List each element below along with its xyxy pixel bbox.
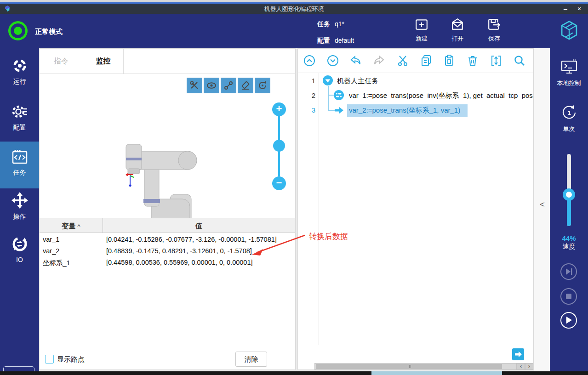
sidebar-item-label: 任务	[0, 169, 39, 177]
window-title: 机器人图形化编程环境	[0, 5, 588, 13]
variable-name: 坐标系_1	[43, 259, 70, 267]
table-row[interactable]: var_1 [0.04241, -0.15286, -0.07677, -3.1…	[40, 234, 295, 246]
single-run-badge: 1	[567, 109, 571, 116]
show-waypoints-checkbox[interactable]	[45, 355, 54, 364]
single-cycle-icon: 1	[560, 104, 578, 121]
undo-button[interactable]	[349, 54, 362, 67]
run-icon	[11, 58, 29, 74]
move-arrows-icon	[11, 192, 29, 209]
program-panel: 1 2 3 机器人主任务 var_1:=pose_trans(pose_inv(…	[297, 48, 534, 370]
sidebar-item-task[interactable]: 任务	[0, 149, 39, 177]
task-label: 任务	[317, 20, 330, 28]
collapse-toggle-icon[interactable]	[322, 75, 333, 86]
line-number: 3	[298, 106, 315, 114]
variable-name: var_2	[43, 247, 59, 255]
assignment-icon	[333, 90, 344, 101]
task-row: 任务q1*	[317, 20, 344, 28]
taskbar-sliver	[0, 371, 588, 375]
robot-arm	[126, 144, 197, 218]
show-waypoints-label: 显示路点	[57, 355, 85, 364]
scroll-right-button[interactable]: ›	[525, 363, 533, 370]
collapse-chevron[interactable]: <	[534, 200, 550, 210]
variable-name: var_1	[43, 236, 59, 243]
single-run-button[interactable]: 1 单次	[550, 104, 588, 133]
sidebar-item-label: 运行	[0, 78, 39, 86]
header: 正常模式 任务q1* 配置default 新建 打开 保存	[0, 14, 588, 48]
program-toolbar	[298, 49, 533, 73]
gear-icon	[11, 103, 29, 120]
move-down-button[interactable]	[326, 54, 339, 67]
terminal-icon	[560, 59, 578, 75]
table-row[interactable]: var_2 [0.48839, -0.1475, 0.48291, -3.126…	[40, 246, 295, 257]
stop-icon	[561, 289, 576, 304]
table-row[interactable]: 坐标系_1 [0.44598, 0.00536, 0.55969, 0.0000…	[40, 257, 295, 269]
sidebar-item-run[interactable]: 运行	[0, 58, 39, 86]
program-line[interactable]: 机器人主任务	[337, 77, 378, 85]
replace-button[interactable]	[490, 54, 502, 67]
clear-button[interactable]: 清除	[235, 352, 267, 367]
variable-value: [0.04241, -0.15286, -0.07677, -3.126, -0…	[106, 236, 277, 243]
open-button-label: 打开	[444, 34, 471, 43]
annotation-text: 转换后数据	[309, 231, 348, 242]
copy-button[interactable]	[420, 54, 433, 67]
save-button-label: 保存	[480, 34, 508, 43]
arrow-right-icon	[512, 348, 524, 360]
step-forward-button[interactable]	[512, 348, 524, 360]
tool-frame-axes	[126, 174, 134, 187]
paste-button[interactable]	[443, 54, 456, 67]
horizontal-scrollbar[interactable]	[314, 363, 517, 370]
variable-value: [0.44598, 0.00536, 0.55969, 0.00001, 0, …	[106, 259, 252, 266]
cut-button[interactable]	[396, 54, 409, 67]
robot-3d-view[interactable]	[40, 74, 295, 218]
speed-value: 44%	[550, 234, 588, 242]
status-dot	[14, 27, 22, 35]
right-control-sidebar: 本地控制 1 单次 44% 速度	[550, 48, 588, 375]
play-icon	[561, 313, 576, 327]
sidebar-item-operate[interactable]: 操作	[0, 192, 39, 221]
move-up-button[interactable]	[303, 54, 316, 67]
variable-table-header: 变量 ^ 值	[40, 218, 295, 233]
column-value[interactable]: 值	[103, 218, 295, 233]
redo-button[interactable]	[372, 54, 385, 67]
taskbar-segment	[371, 371, 502, 375]
sidebar-item-io[interactable]: IO	[0, 236, 39, 263]
new-task-button[interactable]: 新建	[408, 17, 435, 43]
sidebar-item-config[interactable]: 配置	[0, 103, 39, 132]
stop-button[interactable]	[560, 288, 577, 305]
open-task-button[interactable]: 打开	[444, 17, 471, 43]
close-button[interactable]: ×	[572, 4, 586, 14]
sort-caret-icon: ^	[78, 223, 80, 230]
minimize-button[interactable]: –	[559, 4, 572, 14]
scroll-left-button[interactable]: ‹	[517, 363, 525, 370]
tab-instruction[interactable]: 指令	[40, 49, 83, 74]
local-control-button[interactable]: 本地控制	[550, 59, 588, 87]
local-control-label: 本地控制	[550, 79, 588, 87]
step-button[interactable]	[560, 263, 577, 280]
new-button-label: 新建	[408, 34, 435, 43]
status-indicator	[8, 21, 28, 40]
search-button[interactable]	[513, 54, 526, 67]
speed-slider-knob[interactable]	[563, 188, 575, 201]
left-nav-sidebar: 运行 配置 任务 操作 IO 5789	[0, 48, 39, 375]
brand-cube-logo	[558, 19, 581, 42]
sidebar-item-label: IO	[0, 256, 39, 263]
monitor-panel: 指令 监控 + −	[39, 48, 296, 370]
save-icon	[487, 17, 501, 31]
io-swap-icon	[11, 236, 29, 252]
tab-monitor[interactable]: 监控	[83, 49, 124, 74]
line-number: 2	[298, 91, 315, 99]
save-task-button[interactable]: 保存	[480, 17, 508, 43]
column-variable[interactable]: 变量 ^	[40, 218, 103, 233]
program-line-selected[interactable]: var_2:=pose_trans(坐标系_1, var_1)	[349, 106, 460, 115]
title-bar: 机器人图形化编程环境 – ×	[0, 4, 588, 14]
new-file-icon	[415, 17, 428, 31]
scrollbar-thumb[interactable]	[316, 364, 502, 369]
statement-arrow-icon	[333, 105, 344, 116]
sidebar-item-label: 操作	[0, 213, 39, 221]
sidebar-item-label: 配置	[0, 124, 39, 132]
play-button[interactable]	[560, 312, 577, 329]
delete-button[interactable]	[466, 54, 479, 67]
mode-label: 正常模式	[35, 28, 63, 36]
program-line[interactable]: var_1:=pose_trans(pose_inv(坐标系_1), get_a…	[349, 91, 533, 100]
step-icon	[561, 264, 576, 279]
